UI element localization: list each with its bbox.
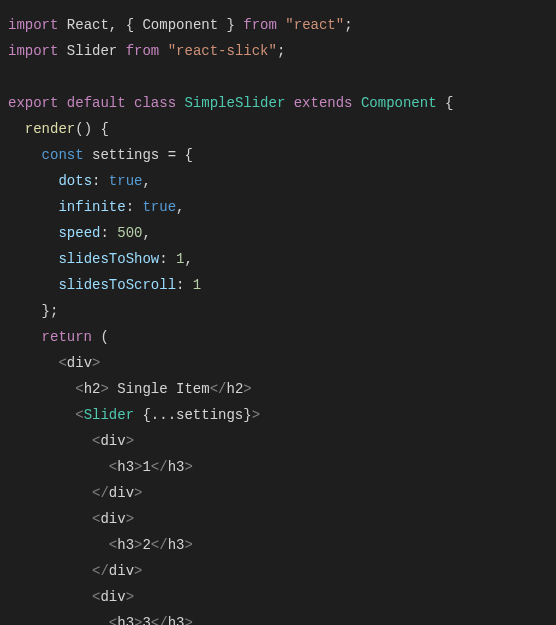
tag-name: h3: [117, 615, 134, 625]
brace: {: [445, 95, 453, 111]
colon: :: [100, 225, 108, 241]
identifier: settings: [92, 147, 159, 163]
tag-bracket: >: [126, 589, 134, 605]
brace: }: [227, 17, 235, 33]
brace: {: [126, 17, 134, 33]
spread: {...settings}: [142, 407, 251, 423]
comma: ,: [109, 17, 117, 33]
tag-bracket: <: [109, 459, 117, 475]
string: "react": [285, 17, 344, 33]
comma: ,: [176, 199, 184, 215]
tag-bracket: >: [126, 511, 134, 527]
number: 1: [193, 277, 201, 293]
tag-bracket: >: [100, 381, 108, 397]
comma: ,: [184, 251, 192, 267]
tag-bracket: <: [109, 537, 117, 553]
boolean: true: [109, 173, 143, 189]
string: "react-slick": [168, 43, 277, 59]
tag-name: div: [67, 355, 92, 371]
text: 1: [142, 459, 150, 475]
identifier: React: [67, 17, 109, 33]
tag-bracket: </: [151, 537, 168, 553]
code-block: import React, { Component } from "react"…: [8, 12, 548, 625]
tag-name: h2: [84, 381, 101, 397]
tag-name: div: [100, 433, 125, 449]
tag-name: Slider: [84, 407, 134, 423]
tag-name: h3: [117, 537, 134, 553]
tag-bracket: </: [210, 381, 227, 397]
comma: ,: [142, 225, 150, 241]
class-name: SimpleSlider: [184, 95, 285, 111]
tag-name: h3: [168, 615, 185, 625]
tag-bracket: </: [92, 563, 109, 579]
tag-bracket: <: [109, 615, 117, 625]
tag-name: h2: [226, 381, 243, 397]
keyword-const: const: [42, 147, 84, 163]
property: speed: [58, 225, 100, 241]
tag-bracket: >: [134, 563, 142, 579]
keyword-import: import: [8, 43, 58, 59]
tag-bracket: >: [134, 485, 142, 501]
tag-bracket: >: [126, 433, 134, 449]
tag-bracket: >: [184, 459, 192, 475]
property: slidesToScroll: [58, 277, 176, 293]
identifier: Component: [142, 17, 218, 33]
keyword-extends: extends: [294, 95, 353, 111]
keyword-import: import: [8, 17, 58, 33]
text: 3: [142, 615, 150, 625]
equals: =: [168, 147, 176, 163]
paren: (: [100, 329, 108, 345]
keyword-default: default: [67, 95, 126, 111]
brace-close: };: [42, 303, 59, 319]
tag-bracket: </: [151, 615, 168, 625]
method-name: render: [25, 121, 75, 137]
identifier: Slider: [67, 43, 117, 59]
text: Single Item: [109, 381, 210, 397]
tag-bracket: <: [75, 407, 83, 423]
tag-bracket: >: [252, 407, 260, 423]
keyword-from: from: [243, 17, 277, 33]
colon: :: [176, 277, 184, 293]
property: slidesToShow: [58, 251, 159, 267]
semicolon: ;: [277, 43, 285, 59]
parens: (): [75, 121, 92, 137]
colon: :: [126, 199, 134, 215]
brace: {: [100, 121, 108, 137]
keyword-class: class: [134, 95, 176, 111]
keyword-return: return: [42, 329, 92, 345]
tag-bracket: <: [58, 355, 66, 371]
keyword-from: from: [126, 43, 160, 59]
tag-bracket: <: [75, 381, 83, 397]
number: 500: [117, 225, 142, 241]
keyword-export: export: [8, 95, 58, 111]
colon: :: [92, 173, 100, 189]
text: 2: [142, 537, 150, 553]
tag-bracket: >: [243, 381, 251, 397]
tag-bracket: </: [151, 459, 168, 475]
class-name: Component: [361, 95, 437, 111]
semicolon: ;: [344, 17, 352, 33]
tag-bracket: >: [184, 615, 192, 625]
brace: {: [184, 147, 192, 163]
tag-bracket: >: [92, 355, 100, 371]
boolean: true: [142, 199, 176, 215]
tag-bracket: >: [184, 537, 192, 553]
tag-name: div: [100, 589, 125, 605]
tag-name: h3: [168, 537, 185, 553]
tag-name: div: [109, 563, 134, 579]
tag-name: div: [109, 485, 134, 501]
tag-name: h3: [117, 459, 134, 475]
tag-name: h3: [168, 459, 185, 475]
tag-name: div: [100, 511, 125, 527]
comma: ,: [142, 173, 150, 189]
property: infinite: [58, 199, 125, 215]
colon: :: [159, 251, 167, 267]
tag-bracket: </: [92, 485, 109, 501]
property: dots: [58, 173, 92, 189]
